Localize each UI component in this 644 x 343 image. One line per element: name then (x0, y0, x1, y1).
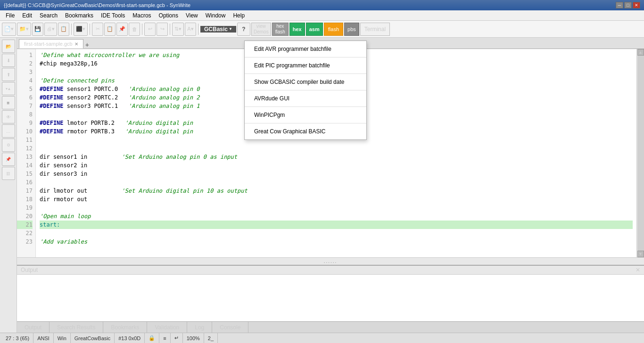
scroll-down-button[interactable]: ▼ (637, 251, 644, 257)
maximize-button[interactable]: □ (624, 2, 632, 8)
cut-button[interactable]: ✂ (92, 23, 103, 36)
output-title: Output (21, 267, 38, 273)
dropdown-item-avr[interactable]: Edit AVR programmer batchfile (245, 43, 366, 55)
status-syntax: GreatCowBasic (71, 333, 115, 343)
menu-search[interactable]: Search (36, 10, 61, 21)
dropdown-item-build-date[interactable]: Show GCBASIC compiler build date (245, 76, 366, 88)
output-close-button[interactable]: ✕ (636, 267, 640, 273)
save-button[interactable]: 💾 (32, 23, 43, 36)
sidebar-btn1[interactable]: 📂 (2, 40, 15, 53)
dropdown-item-gcgb[interactable]: Great Cow Graphical BASIC (245, 125, 366, 138)
clip-button[interactable]: 📋 (58, 23, 69, 36)
flash-label: flash (328, 26, 339, 32)
horizontal-scrollbar[interactable]: ...... (17, 257, 644, 265)
del-button[interactable]: 🗑 (129, 23, 140, 36)
view-demos-button[interactable]: viewDemos (251, 23, 271, 36)
open-button[interactable]: 📁▾ (17, 23, 31, 36)
menu-macros[interactable]: Macros (129, 10, 155, 21)
asm-label: asm (309, 26, 320, 32)
menubar: File Edit Search Bookmarks IDE Tools Mac… (0, 10, 644, 21)
active-tab[interactable]: first-start-sample.gcb ✕ (19, 39, 83, 49)
gcbasic-label: GCBasic (204, 26, 228, 33)
code-line-19 (40, 204, 633, 212)
code-line-20: 'Open main loop (40, 212, 633, 220)
menu-window[interactable]: Window (202, 10, 230, 21)
code-line-18: dir rmotor out (40, 195, 633, 204)
tab-close-icon[interactable]: ✕ (74, 41, 78, 47)
minimize-button[interactable]: ─ (616, 2, 623, 8)
dropdown-sep2 (245, 74, 366, 74)
sidebar-btn2[interactable]: ⬇ (2, 54, 15, 67)
font-button[interactable]: A▾ (185, 23, 196, 36)
dropdown-item-pic[interactable]: Edit PIC programmer batchfile (245, 59, 366, 72)
line-numbers: 12345 678910 1112131415 1617181920 21222… (17, 49, 36, 257)
tab-add-button[interactable]: + (83, 41, 91, 49)
sidebar-btn4[interactable]: ▾▲ (2, 82, 15, 95)
menu-view[interactable]: View (182, 10, 202, 21)
pbs-button[interactable]: pbs (344, 23, 359, 36)
flash-button[interactable]: flash (324, 23, 343, 36)
sidebar-btn8[interactable]: ⚙ (2, 139, 15, 152)
wrap-icon: ↵ (174, 335, 179, 341)
indent-icon: ≡ (163, 335, 166, 341)
terminal-button[interactable]: Terminal (360, 23, 390, 36)
menu-file[interactable]: File (2, 10, 18, 21)
sidebar-btn9[interactable]: 📌 (2, 153, 15, 166)
redo-button[interactable]: ↪ (157, 23, 168, 36)
menu-edit[interactable]: Edit (18, 10, 36, 21)
menu-bookmarks[interactable]: Bookmarks (61, 10, 97, 21)
hscroll-indicator: ...... (324, 259, 338, 264)
sort-button[interactable]: ⇅▾ (172, 23, 184, 36)
gcbasic-arrow-icon: ▼ (229, 27, 232, 31)
menu-help[interactable]: Help (229, 10, 248, 21)
dropdown-sep4 (245, 106, 366, 107)
toolbar-sep2 (90, 24, 90, 35)
close-button[interactable]: ✕ (633, 2, 640, 8)
sidebar-btn10[interactable]: ▥ (2, 167, 15, 180)
code-line-17: dir lmotor out 'Set Arduino digital pin … (40, 187, 633, 195)
asm-button[interactable]: asm (306, 23, 323, 36)
code-line-15: dir sensor3 in (40, 170, 633, 178)
titlebar: {{default}} C:\GCB@Syn\GreatCowBasic\Dem… (0, 0, 644, 10)
menu-options[interactable]: Options (155, 10, 182, 21)
status-lock-icon: 🔒 (145, 333, 159, 343)
sidebar-btn5[interactable]: ≡ (2, 96, 15, 109)
toolbar: 📄▾ 📁▾ 💾 🖨▾ 📋 ⬛▾ ✂ 📋 📌 🗑 ↩ ↪ ⇅▾ A▾ GCBasi… (0, 21, 644, 38)
hex-flash-button[interactable]: hexflash (272, 23, 289, 36)
dropdown-sep1 (245, 57, 366, 57)
paste-button[interactable]: 📌 (116, 23, 128, 36)
help-button[interactable]: ? (237, 23, 250, 36)
sidebar-btn3[interactable]: ⬆ (2, 68, 15, 81)
bottom-tab-output[interactable]: Output (17, 322, 50, 333)
toolbar-sep1 (71, 24, 72, 35)
new-button[interactable]: 📄▾ (2, 23, 16, 36)
dropdown-item-avrdude[interactable]: AVRdude GUI (245, 92, 366, 105)
status-encoding: ANSI (33, 333, 54, 343)
status-extra: 2_ (204, 333, 218, 343)
bottom-tab-console[interactable]: Console (212, 322, 248, 333)
bottom-tab-validation[interactable]: Validation (147, 322, 187, 333)
print-button[interactable]: 🖨▾ (44, 23, 57, 36)
indent-button[interactable]: ⬛▾ (74, 23, 88, 36)
menu-ide-tools[interactable]: IDE Tools (97, 10, 129, 21)
bottom-tab-log[interactable]: Log (187, 322, 212, 333)
dropdown-item-winpicpgm[interactable]: WinPICPgm (245, 109, 366, 121)
vertical-scrollbar[interactable]: ▲ ▼ (636, 49, 644, 257)
sidebar-btn7[interactable]: ... (2, 124, 15, 138)
dropdown-sep3 (245, 90, 366, 90)
hex-label: hex (293, 26, 302, 32)
bottom-tab-bookmarks[interactable]: Bookmarks (103, 322, 147, 333)
hex-button[interactable]: hex (289, 23, 305, 36)
tab-label: first-start-sample.gcb (24, 41, 73, 47)
statusbar: 27 : 3 (65) ANSI Win GreatCowBasic #13 0… (0, 333, 644, 343)
output-header: Output ✕ (17, 266, 644, 275)
code-line-14: dir sensor2 in (40, 161, 633, 170)
undo-button[interactable]: ↩ (144, 23, 156, 36)
toolbar-sep3 (142, 24, 142, 35)
help-label: ? (242, 26, 245, 33)
scroll-up-button[interactable]: ▲ (637, 49, 644, 56)
copy-button[interactable]: 📋 (104, 23, 116, 36)
sidebar-btn6[interactable]: 👁 (2, 110, 15, 123)
bottom-tab-search-results[interactable]: Search Results (50, 322, 103, 333)
gcbasic-dropdown-button[interactable]: GCBasic ▼ (200, 26, 236, 33)
